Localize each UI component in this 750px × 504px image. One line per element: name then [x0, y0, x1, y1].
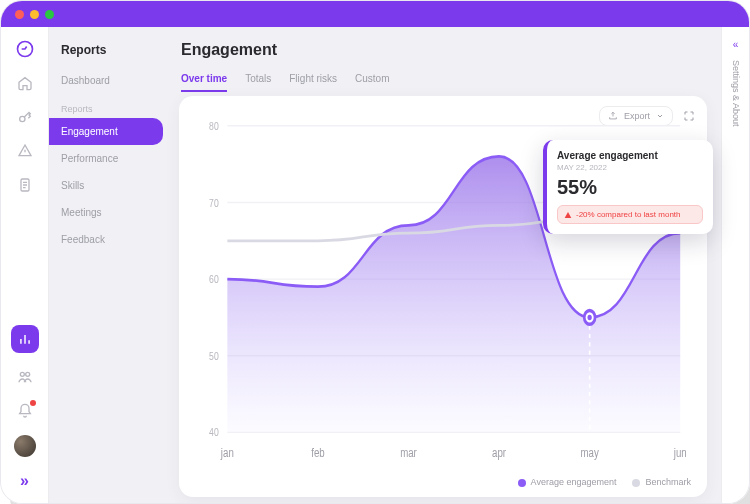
- svg-text:jan: jan: [220, 446, 234, 459]
- svg-text:50: 50: [209, 350, 219, 362]
- svg-text:jun: jun: [673, 446, 687, 459]
- svg-point-17: [587, 315, 591, 321]
- sidebar-item-skills[interactable]: Skills: [49, 172, 163, 199]
- svg-text:apr: apr: [492, 446, 506, 459]
- icon-rail: »: [1, 27, 49, 503]
- key-icon[interactable]: [15, 107, 35, 127]
- tabs: Over time Totals Flight risks Custom: [179, 73, 707, 92]
- tooltip-title: Average engagement: [557, 150, 703, 161]
- content: Engagement Over time Totals Flight risks…: [169, 27, 721, 503]
- sidebar-item-meetings[interactable]: Meetings: [49, 199, 163, 226]
- svg-text:mar: mar: [400, 446, 417, 459]
- svg-text:70: 70: [209, 197, 219, 209]
- window-max-dot[interactable]: [45, 10, 54, 19]
- sidebar-item-feedback[interactable]: Feedback: [49, 226, 163, 253]
- legend-item-b: Benchmark: [632, 477, 691, 487]
- notification-badge: [30, 400, 36, 406]
- doc-icon[interactable]: [15, 175, 35, 195]
- sidebar-item-dashboard[interactable]: Dashboard: [49, 67, 163, 94]
- svg-point-4: [25, 372, 29, 376]
- svg-point-3: [20, 372, 24, 376]
- tab-totals[interactable]: Totals: [245, 73, 271, 92]
- svg-point-1: [19, 116, 24, 121]
- collapse-settings-icon[interactable]: «: [733, 39, 739, 50]
- alert-icon[interactable]: [15, 141, 35, 161]
- analytics-icon[interactable]: [11, 325, 39, 353]
- sidebar-title: Reports: [49, 39, 169, 67]
- legend-swatch-a: [518, 479, 526, 487]
- expand-rail-icon[interactable]: »: [15, 471, 35, 491]
- window-close-dot[interactable]: [15, 10, 24, 19]
- sidebar-item-performance[interactable]: Performance: [49, 145, 163, 172]
- svg-text:80: 80: [209, 120, 219, 132]
- svg-text:feb: feb: [311, 446, 324, 459]
- chart-tooltip: Average engagement MAY 22, 2022 55% -20%…: [543, 140, 713, 234]
- settings-rail: « Settings & About: [721, 27, 749, 503]
- app-logo-icon[interactable]: [15, 39, 35, 59]
- tab-over-time[interactable]: Over time: [181, 73, 227, 92]
- window-min-dot[interactable]: [30, 10, 39, 19]
- settings-rail-label: Settings & About: [731, 60, 741, 127]
- chart-card: Export 4050607080janfebmaraprmayjun Aver…: [179, 96, 707, 497]
- bell-icon[interactable]: [15, 401, 35, 421]
- window-titlebar: [1, 1, 749, 27]
- tooltip-date: MAY 22, 2022: [557, 163, 703, 172]
- home-icon[interactable]: [15, 73, 35, 93]
- warning-icon: [564, 211, 572, 219]
- svg-text:60: 60: [209, 273, 219, 285]
- svg-text:may: may: [580, 446, 599, 459]
- sidebar: Reports Dashboard Reports Engagement Per…: [49, 27, 169, 503]
- user-avatar[interactable]: [14, 435, 36, 457]
- tooltip-delta: -20% compared to last month: [557, 205, 703, 224]
- chart-legend: Average engagement Benchmark: [195, 471, 691, 487]
- tab-custom[interactable]: Custom: [355, 73, 389, 92]
- legend-swatch-b: [632, 479, 640, 487]
- app-window: » Reports Dashboard Reports Engagement P…: [0, 0, 750, 504]
- sidebar-item-engagement[interactable]: Engagement: [49, 118, 163, 145]
- tooltip-value: 55%: [557, 176, 703, 199]
- legend-item-a: Average engagement: [518, 477, 617, 487]
- users-icon[interactable]: [15, 367, 35, 387]
- page-title: Engagement: [181, 41, 707, 59]
- tooltip-delta-text: -20% compared to last month: [576, 210, 681, 219]
- svg-text:40: 40: [209, 426, 219, 438]
- tab-flight-risks[interactable]: Flight risks: [289, 73, 337, 92]
- sidebar-group-label: Reports: [49, 94, 169, 118]
